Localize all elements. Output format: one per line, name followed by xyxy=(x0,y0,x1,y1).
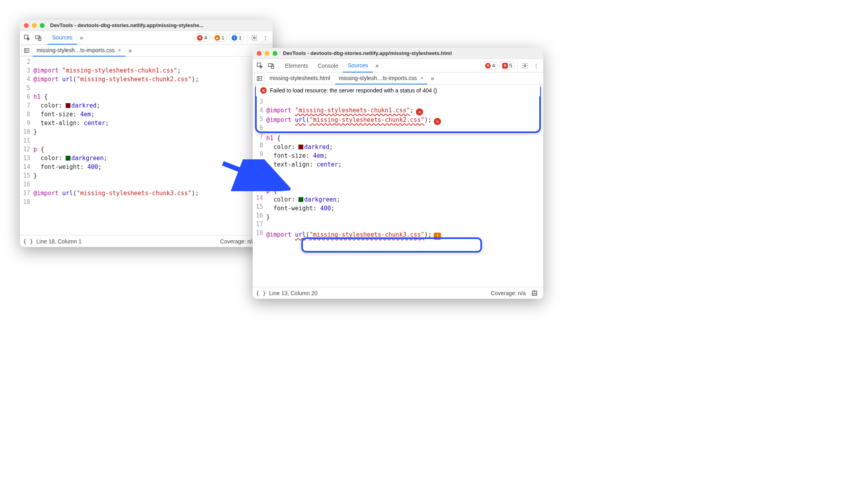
minimize-icon[interactable] xyxy=(265,51,269,56)
navigator-toggle-icon[interactable] xyxy=(254,73,265,84)
error-tooltip: ✕ Failed to load resource: the server re… xyxy=(256,84,540,96)
titlebar: DevTools - devtools-dbg-stories.netlify.… xyxy=(253,48,543,59)
file-tabs-row: missing-stylesheets.html missing-stylesh… xyxy=(253,73,543,84)
close-tab-icon[interactable]: × xyxy=(420,74,424,81)
color-swatch-darkred[interactable] xyxy=(66,103,70,108)
minimize-icon[interactable] xyxy=(32,23,37,28)
color-swatch-darkgreen[interactable] xyxy=(66,156,70,161)
code-editor[interactable]: ✕ Failed to load resource: the server re… xyxy=(253,84,543,287)
code-editor[interactable]: 2 3 4 5 6 7 8 9 10 11 12 13 14 15 16 17 … xyxy=(20,57,273,235)
close-icon[interactable] xyxy=(24,23,29,28)
gear-icon[interactable] xyxy=(519,60,531,71)
inline-warning-icon[interactable]: ! xyxy=(434,233,441,240)
file-tab-label: missing-stylesh…ts-imports.css xyxy=(37,47,115,53)
titlebar: DevTools - devtools-dbg-stories.netlify.… xyxy=(20,20,273,31)
pretty-print-icon[interactable]: { } xyxy=(256,290,266,296)
error-icon: ✕ xyxy=(485,63,491,69)
more-files-icon[interactable]: » xyxy=(126,47,135,54)
inline-error-icon[interactable]: ✕ xyxy=(434,118,441,125)
code-content[interactable]: @import "missing-stylesheets-chukn1.css"… xyxy=(266,97,543,240)
info-icon: i xyxy=(232,35,237,41)
error-counter[interactable]: ✕4 xyxy=(482,61,498,70)
kebab-icon[interactable]: ⋮ xyxy=(531,60,542,71)
devtools-window-after: DevTools - devtools-dbg-stories.netlify.… xyxy=(253,48,543,299)
arrow-annotation xyxy=(219,159,291,192)
close-icon[interactable] xyxy=(257,51,261,56)
info-counter[interactable]: i1 xyxy=(229,33,244,42)
line-gutter: 2 3 4 5 6 7 8 9 10 11 12 13 14 15 16 17 … xyxy=(20,57,33,206)
kebab-icon[interactable]: ⋮ xyxy=(260,32,271,43)
status-bar: { } Line 13, Column 20 Coverage: n/a xyxy=(253,287,543,299)
main-toolbar: Sources » ✕4 ▲1 i1 ⋮ xyxy=(20,31,273,45)
svg-point-11 xyxy=(524,65,526,67)
traffic-lights xyxy=(257,51,277,56)
tab-elements[interactable]: Elements xyxy=(280,59,313,73)
file-tab-label: missing-stylesheets.html xyxy=(269,75,330,81)
file-tabs-row: missing-stylesh…ts-imports.css × » xyxy=(20,45,273,57)
device-toolbar-icon[interactable] xyxy=(33,32,44,43)
tab-sources[interactable]: Sources xyxy=(343,59,373,73)
pretty-print-icon[interactable]: { } xyxy=(23,238,33,245)
devtools-window-before: DevTools - devtools-dbg-stories.netlify.… xyxy=(20,20,273,247)
maximize-icon[interactable] xyxy=(273,51,277,56)
error-icon: ✕ xyxy=(260,87,267,94)
error-icon: ✕ xyxy=(197,35,203,41)
traffic-lights xyxy=(24,23,45,28)
coverage-label: Coverage: n/a xyxy=(220,238,255,245)
file-tab[interactable]: missing-stylesh…ts-imports.css × xyxy=(33,45,125,57)
color-swatch-darkred[interactable] xyxy=(298,145,303,149)
file-tab-label: missing-stylesh…ts-imports.css xyxy=(339,75,417,81)
error-counter[interactable]: ✕4 xyxy=(194,33,210,42)
gear-icon[interactable] xyxy=(249,32,260,43)
main-toolbar: Elements Console Sources » ✕4 ✕5 ⋮ xyxy=(253,59,543,73)
more-tabs-icon[interactable]: » xyxy=(373,62,381,69)
file-tab[interactable]: missing-stylesheets.html xyxy=(265,73,334,84)
more-tabs-icon[interactable]: » xyxy=(77,34,86,41)
tab-sources[interactable]: Sources xyxy=(47,31,77,45)
close-tab-icon[interactable]: × xyxy=(118,47,121,53)
issue-counter[interactable]: ✕5 xyxy=(499,61,515,70)
tooltip-text: Failed to load resource: the server resp… xyxy=(270,87,437,94)
maximize-icon[interactable] xyxy=(40,23,45,28)
warning-icon: ▲ xyxy=(215,35,220,41)
drawer-toggle-icon[interactable] xyxy=(529,288,540,299)
issue-icon: ✕ xyxy=(502,63,508,69)
window-title: DevTools - devtools-dbg-stories.netlify.… xyxy=(50,22,203,28)
coverage-label: Coverage: n/a xyxy=(491,290,526,296)
file-tab[interactable]: missing-stylesh…ts-imports.css× xyxy=(335,73,428,84)
cursor-position: Line 13, Column 20 xyxy=(269,290,317,296)
window-title: DevTools - devtools-dbg-stories.netlify.… xyxy=(283,50,452,56)
svg-point-3 xyxy=(254,37,256,39)
device-toolbar-icon[interactable] xyxy=(265,60,277,71)
navigator-toggle-icon[interactable] xyxy=(21,45,32,56)
cursor-position: Line 18, Column 1 xyxy=(36,238,82,245)
color-swatch-darkgreen[interactable] xyxy=(298,197,303,202)
inspect-icon[interactable] xyxy=(21,32,33,43)
status-bar: { } Line 18, Column 1 Coverage: n/a xyxy=(20,235,273,247)
inspect-icon[interactable] xyxy=(254,60,265,71)
warning-counter[interactable]: ▲1 xyxy=(212,33,227,42)
tab-console[interactable]: Console xyxy=(313,59,343,73)
more-files-icon[interactable]: » xyxy=(428,75,437,82)
inline-error-icon[interactable]: ✕ xyxy=(416,108,423,116)
